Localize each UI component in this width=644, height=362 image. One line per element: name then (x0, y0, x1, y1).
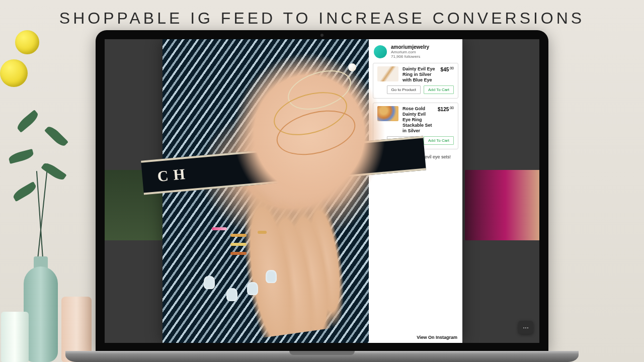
yellow-flower-ball (0, 59, 28, 87)
yellow-flower-ball (15, 30, 39, 54)
profile-username: amoriumjewelry (391, 44, 429, 50)
product-price: $125.00 (438, 106, 454, 112)
slider-thumb-right[interactable] (465, 170, 539, 240)
laptop-camera-dot (320, 34, 324, 37)
profile-followers: 71,906 followers (391, 54, 429, 59)
laptop-viewport: ‹ amoriumjewelry Amorium.com 71 (105, 39, 539, 343)
add-to-cart-button[interactable]: Add To Cart (424, 85, 454, 94)
product-thumbnail[interactable] (377, 66, 398, 81)
laptop-mockup: ‹ amoriumjewelry Amorium.com 71 (65, 30, 579, 362)
product-title: Dainty Evil Eye Ring in Silver with Blue… (403, 66, 437, 82)
avatar (374, 45, 387, 58)
product-price: $45.00 (441, 66, 454, 72)
laptop-base (65, 351, 579, 362)
profile-header[interactable]: amoriumjewelry Amorium.com 71,906 follow… (369, 39, 462, 63)
product-card: Dainty Evil Eye Ring in Silver with Blue… (373, 63, 458, 99)
go-to-product-button[interactable]: Go to Product (387, 85, 421, 94)
chat-widget-icon[interactable]: ··· (518, 321, 533, 334)
page-headline: SHOPPABLE IG FEED TO INCREASE CONVERSION… (0, 9, 644, 28)
popup-instagram-image[interactable] (163, 39, 369, 343)
product-title: Rose Gold Dainty Evil Eye Ring Stackable… (403, 106, 434, 133)
view-on-instagram-link[interactable]: View On Instagram (417, 335, 457, 340)
profile-site: Amorium.com (391, 50, 429, 54)
shoppable-popup: amoriumjewelry Amorium.com 71,906 follow… (163, 39, 462, 343)
